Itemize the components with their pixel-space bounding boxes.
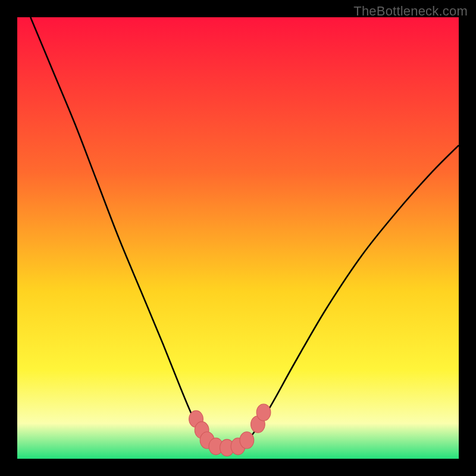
bottleneck-chart [17,17,459,459]
curve-marker [240,432,254,449]
gradient-background [17,17,459,459]
chart-frame: TheBottleneck.com [0,0,476,476]
curve-marker [256,404,271,421]
plot-area [17,17,459,459]
